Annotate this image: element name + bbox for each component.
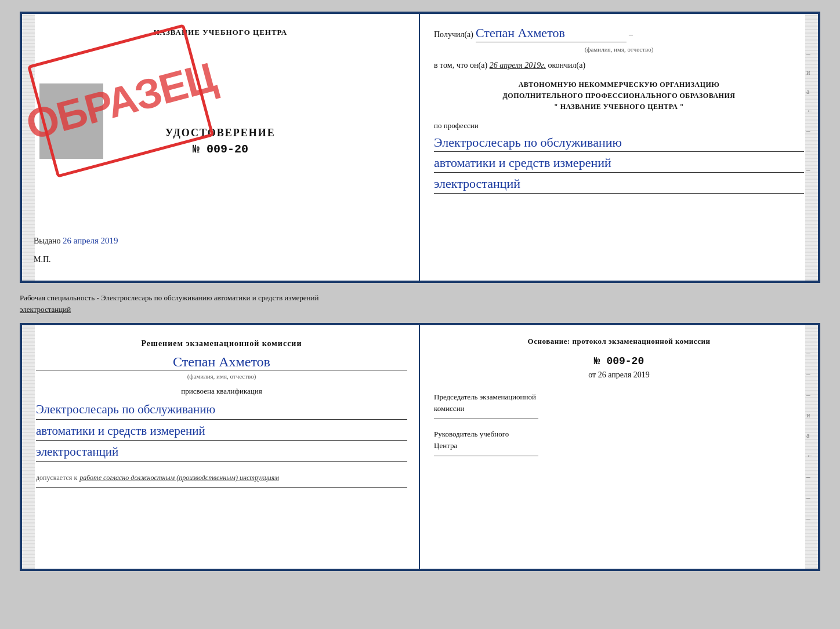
qual-line2: автоматики и средств измерений <box>36 422 407 441</box>
issued-line: Выдано 26 апреля 2019 <box>34 236 407 246</box>
predsedatel-line2: комиссии <box>434 403 804 415</box>
rukovoditel-line2: Центра <box>434 440 804 452</box>
dopuskaetsya-line: допускается к работе согласно должностны… <box>36 474 407 482</box>
issued-date: 26 апреля 2019 <box>63 236 118 245</box>
top-doc-right: Получил(а) Степан Ахметов – (фамилия, им… <box>420 14 818 281</box>
bottom-doc-right: Основание: протокол экзаменационной коми… <box>420 325 818 569</box>
resheniem: Решением экзаменационной комиссии <box>36 339 407 348</box>
vtom-prefix: в том, что он(а) <box>434 61 487 70</box>
rukovoditel-sign-line <box>434 456 538 456</box>
fio-label-bottom: (фамилия, имя, отчество) <box>36 373 407 380</box>
rukovoditel-block: Руководитель учебного Центра <box>434 428 804 451</box>
separator-line2: электростанций <box>20 304 820 315</box>
mp-label: М.П. <box>34 255 51 264</box>
org-line1: АВТОНОМНУЮ НЕКОММЕРЧЕСКУЮ ОРГАНИЗАЦИЮ <box>434 79 804 90</box>
protocol-number: № 009-20 <box>434 355 804 367</box>
predsedatel-sign-line <box>434 419 538 419</box>
bottom-line-left <box>36 487 407 488</box>
dopusk-prefix: допускается к <box>36 474 77 482</box>
predsedatel-block: Председатель экзаменационной комиссии <box>434 391 804 414</box>
org-line3: " НАЗВАНИЕ УЧЕБНОГО ЦЕНТРА " <box>434 101 804 112</box>
photo-placeholder <box>39 83 103 159</box>
prisvoena: присвоена квалификация <box>36 387 407 396</box>
qual-line3: электростанций <box>36 443 407 462</box>
vtom-line: в том, что он(а) 26 апреля 2019г. окончи… <box>434 61 804 70</box>
ot-date-val: 26 апреля 2019 <box>598 370 650 379</box>
person-name-bottom: Степан Ахметов <box>36 354 407 370</box>
received-name: Степан Ахметов <box>476 26 627 42</box>
top-document: НАЗВАНИЕ УЧЕБНОГО ЦЕНТРА ОБРАЗЕЦ УДОСТОВ… <box>20 12 820 283</box>
separator-text: Рабочая специальность - Электрослесарь п… <box>20 290 820 316</box>
org-line2: ДОПОЛНИТЕЛЬНОГО ПРОФЕССИОНАЛЬНОГО ОБРАЗО… <box>434 90 804 101</box>
bottom-document: Решением экзаменационной комиссии Степан… <box>20 323 820 571</box>
vtom-date: 26 апреля 2019г. <box>490 61 546 70</box>
rukovoditel-line1: Руководитель учебного <box>434 428 804 440</box>
received-prefix: Получил(а) <box>434 30 473 39</box>
osnovanie: Основание: протокол экзаменационной коми… <box>434 337 804 346</box>
bottom-doc-left: Решением экзаменационной комиссии Степан… <box>22 325 420 569</box>
fio-label-top: (фамилия, имя, отчество) <box>434 46 804 53</box>
prof-line2: автоматики и средств измерений <box>434 154 804 173</box>
received-line: Получил(а) Степан Ахметов – <box>434 26 804 42</box>
ot-date: от 26 апреля 2019 <box>434 370 804 380</box>
po-professii: по профессии <box>434 121 804 130</box>
separator-line1: Рабочая специальность - Электрослесарь п… <box>20 292 820 304</box>
school-title-top: НАЗВАНИЕ УЧЕБНОГО ЦЕНТРА <box>34 28 407 37</box>
dopusk-text: работе согласно должностным (производств… <box>79 474 279 482</box>
org-block: АВТОНОМНУЮ НЕКОММЕРЧЕСКУЮ ОРГАНИЗАЦИЮ ДО… <box>434 79 804 113</box>
ot-prefix: от <box>588 370 596 379</box>
top-doc-left: НАЗВАНИЕ УЧЕБНОГО ЦЕНТРА ОБРАЗЕЦ УДОСТОВ… <box>22 14 420 281</box>
prof-line3: электростанций <box>434 175 804 194</box>
issued-label: Выдано <box>34 237 61 245</box>
vtom-suffix: окончил(а) <box>548 61 585 70</box>
prof-line1: Электрослесарь по обслуживанию <box>434 134 804 152</box>
qual-line1: Электрослесарь по обслуживанию <box>36 401 407 420</box>
predsedatel-line1: Председатель экзаменационной <box>434 391 804 403</box>
